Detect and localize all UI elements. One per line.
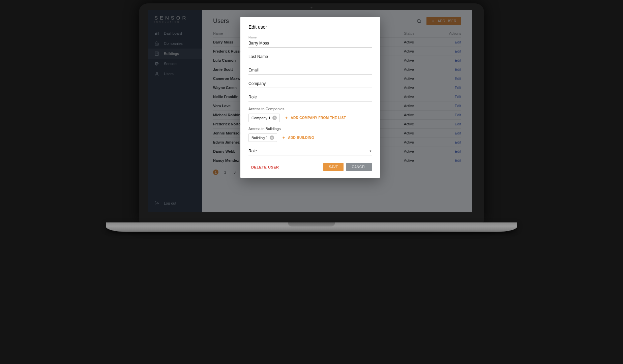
last-name-input[interactable]: Last Name bbox=[248, 53, 372, 61]
add-building-button[interactable]: ADD BUILDING bbox=[282, 136, 314, 140]
add-company-label: ADD COMPANY FROM THE LIST bbox=[291, 116, 346, 120]
name-input[interactable] bbox=[248, 39, 372, 48]
laptop-base-decoration bbox=[106, 222, 517, 232]
plus-icon bbox=[282, 136, 286, 140]
building-chip-label: Building 1 bbox=[251, 136, 268, 140]
add-building-label: ADD BUILDING bbox=[288, 136, 314, 140]
add-company-button[interactable]: ADD COMPANY FROM THE LIST bbox=[285, 116, 346, 120]
camera-dot bbox=[311, 7, 313, 8]
plus-icon bbox=[285, 116, 288, 120]
role-select[interactable]: Role ▼ bbox=[248, 147, 372, 155]
email-input[interactable]: Email bbox=[248, 66, 372, 74]
chevron-down-icon: ▼ bbox=[369, 150, 372, 153]
building-chip: Building 1 ✕ bbox=[248, 133, 277, 142]
role-input[interactable]: Role bbox=[248, 93, 372, 101]
remove-building-icon[interactable]: ✕ bbox=[270, 135, 274, 140]
save-button[interactable]: SAVE bbox=[323, 163, 344, 171]
cancel-button[interactable]: CANCEL bbox=[346, 163, 372, 171]
remove-company-icon[interactable]: ✕ bbox=[272, 116, 277, 120]
company-input[interactable]: Company bbox=[248, 80, 372, 88]
delete-user-button[interactable]: DELETE USER bbox=[248, 165, 279, 169]
laptop-notch-decoration bbox=[288, 222, 335, 226]
edit-user-modal: Edit user Name Last Name Email Company R… bbox=[240, 17, 380, 178]
company-chip: Company 1 ✕ bbox=[248, 114, 280, 122]
companies-section-label: Access to Companies bbox=[248, 107, 372, 111]
modal-title: Edit user bbox=[248, 24, 372, 30]
buildings-section-label: Access to Buildings bbox=[248, 127, 372, 131]
company-chip-label: Company 1 bbox=[251, 116, 270, 120]
name-label: Name bbox=[248, 36, 372, 39]
role-select-label: Role bbox=[248, 149, 257, 153]
